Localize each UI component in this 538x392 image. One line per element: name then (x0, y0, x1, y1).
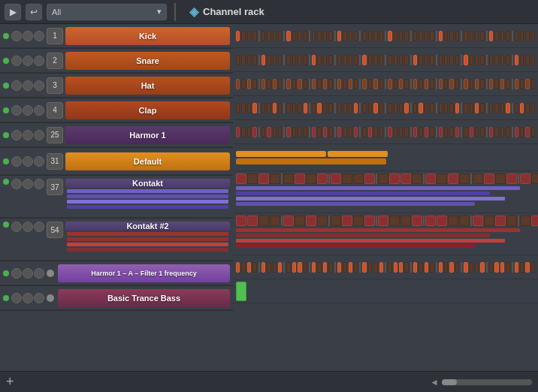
beat-btn[interactable] (252, 262, 256, 273)
beat-btn[interactable] (331, 216, 341, 226)
beat-btn[interactable] (373, 103, 377, 113)
beat-btn[interactable] (399, 262, 403, 273)
ch-name-kontakt[interactable]: Kontakt (65, 179, 230, 188)
beat-btn[interactable] (273, 103, 277, 113)
ch-btn-harmor1-1[interactable] (11, 130, 22, 140)
beat-btn[interactable] (531, 173, 538, 184)
beat-btn[interactable] (430, 79, 434, 89)
beat-btn[interactable] (323, 79, 327, 89)
beat-btn[interactable] (399, 31, 403, 41)
beat-btn[interactable] (506, 55, 509, 65)
beat-btn[interactable] (317, 216, 328, 226)
beat-btn[interactable] (531, 31, 535, 41)
beat-btn[interactable] (399, 103, 403, 113)
beat-btn[interactable] (343, 103, 346, 113)
beat-btn[interactable] (378, 173, 388, 184)
beat-btn[interactable] (489, 79, 493, 89)
beat-btn[interactable] (252, 103, 256, 113)
beat-btn[interactable] (413, 79, 417, 89)
beat-btn[interactable] (473, 216, 483, 226)
beat-btn[interactable] (298, 31, 301, 41)
beat-btn[interactable] (317, 31, 321, 41)
beat-btn[interactable] (312, 262, 316, 273)
beat-btn[interactable] (368, 127, 372, 137)
beat-btn[interactable] (399, 55, 403, 65)
beat-btn[interactable] (475, 262, 479, 273)
beat-btn[interactable] (349, 127, 352, 137)
beat-btn[interactable] (425, 55, 428, 65)
beat-btn[interactable] (354, 79, 358, 89)
beat-btn[interactable] (394, 31, 397, 41)
beat-btn[interactable] (520, 127, 524, 137)
beat-btn[interactable] (337, 31, 341, 41)
beat-btn[interactable] (278, 262, 282, 273)
beat-btn[interactable] (494, 31, 498, 41)
beat-btn[interactable] (312, 79, 316, 89)
beat-btn[interactable] (337, 127, 341, 137)
beat-btn[interactable] (292, 79, 296, 89)
beat-btn[interactable] (252, 79, 256, 89)
scroll-thumb[interactable] (442, 379, 457, 385)
beat-btn[interactable] (349, 262, 352, 273)
beat-btn[interactable] (515, 127, 518, 137)
beat-btn[interactable] (343, 127, 346, 137)
beat-btn[interactable] (236, 103, 240, 113)
beat-btn[interactable] (354, 103, 358, 113)
beat-btn[interactable] (459, 216, 470, 226)
beat-btn[interactable] (480, 79, 484, 89)
beat-btn[interactable] (489, 31, 493, 41)
beat-btn[interactable] (349, 103, 352, 113)
beat-btn[interactable] (437, 173, 447, 184)
beat-btn[interactable] (430, 262, 434, 273)
beat-btn[interactable] (515, 262, 518, 273)
beat-btn[interactable] (247, 55, 251, 65)
ch-btn-kontakt2-2[interactable] (23, 222, 33, 232)
beat-btn[interactable] (475, 103, 479, 113)
beat-btn[interactable] (464, 103, 467, 113)
beat-btn[interactable] (444, 31, 448, 41)
beat-btn[interactable] (399, 79, 403, 89)
beat-btn[interactable] (354, 127, 358, 137)
beat-btn[interactable] (455, 55, 459, 65)
beat-btn[interactable] (349, 79, 352, 89)
beat-btn[interactable] (394, 55, 397, 65)
beat-btn[interactable] (480, 31, 484, 41)
beat-btn[interactable] (425, 79, 428, 89)
beat-btn[interactable] (236, 79, 240, 89)
beat-btn[interactable] (354, 262, 358, 273)
beat-btn[interactable] (278, 31, 282, 41)
beat-btn[interactable] (500, 79, 504, 89)
beat-btn[interactable] (430, 55, 434, 65)
beat-btn[interactable] (515, 79, 518, 89)
beat-btn[interactable] (470, 79, 473, 89)
ch-btn-default-1[interactable] (11, 156, 22, 167)
beat-btn[interactable] (373, 262, 377, 273)
beat-btn[interactable] (286, 103, 290, 113)
beat-btn[interactable] (304, 262, 307, 273)
beat-btn[interactable] (373, 127, 377, 137)
beat-btn[interactable] (273, 55, 277, 65)
beat-btn[interactable] (247, 216, 258, 226)
play-button[interactable]: ▶ (5, 4, 21, 20)
beat-btn[interactable] (342, 173, 352, 184)
beat-btn[interactable] (425, 262, 428, 273)
beat-btn[interactable] (506, 103, 509, 113)
beat-btn[interactable] (394, 127, 397, 137)
beat-btn[interactable] (273, 262, 277, 273)
beat-btn[interactable] (449, 127, 453, 137)
beat-btn[interactable] (379, 31, 383, 41)
beat-btn[interactable] (298, 79, 301, 89)
beat-btn[interactable] (444, 79, 448, 89)
ch-btn-hat-2[interactable] (23, 80, 33, 91)
beat-btn[interactable] (388, 55, 391, 65)
ch-btn-clap-3[interactable] (34, 105, 44, 116)
beat-btn[interactable] (286, 79, 290, 89)
beat-btn[interactable] (354, 31, 358, 41)
beat-btn[interactable] (349, 55, 352, 65)
beat-btn[interactable] (413, 127, 417, 137)
beat-btn[interactable] (419, 127, 422, 137)
beat-btn[interactable] (448, 173, 458, 184)
beat-btn[interactable] (531, 127, 535, 137)
ch-btn-kontakt-1[interactable] (11, 179, 22, 189)
beat-btn[interactable] (489, 55, 493, 65)
